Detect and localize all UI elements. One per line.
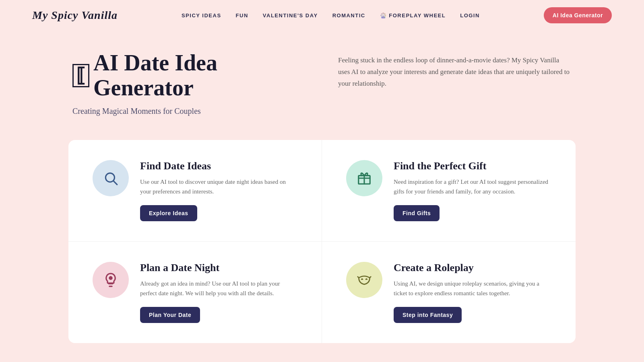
roleplay-description: Using AI, we design unique roleplay scen…: [394, 279, 551, 298]
find-gift-icon-circle: [346, 160, 382, 196]
mask-icon: [357, 272, 372, 288]
plan-date-title: Plan a Date Night: [140, 262, 297, 274]
nav-fun[interactable]: FUN: [236, 12, 248, 19]
lightbulb-icon: [103, 272, 118, 288]
hero-description-text: Feeling stuck in the endless loop of din…: [338, 55, 572, 90]
gift-icon: [357, 171, 372, 186]
plan-date-icon-circle: [93, 262, 129, 298]
find-gifts-button[interactable]: Find Gifts: [394, 205, 440, 221]
step-into-fantasy-button[interactable]: Step into Fantasy: [394, 307, 462, 323]
brand-logo[interactable]: My Spicy Vanilla: [32, 9, 118, 22]
roleplay-content: Create a Roleplay Using AI, we design un…: [394, 262, 551, 323]
find-date-ideas-icon-circle: [93, 160, 129, 196]
card-find-perfect-gift: Find the Perfect Gift Need inspiration f…: [322, 140, 576, 242]
ai-idea-generator-button[interactable]: AI Idea Generator: [544, 7, 612, 23]
hero-left: ⟦ AI Date Idea Generator Creating Magica…: [72, 51, 298, 116]
roleplay-icon-circle: [346, 262, 382, 298]
nav-spicy-ideas[interactable]: SPICY IDEAS: [182, 12, 221, 19]
card-find-date-ideas: Find Date Ideas Use our AI tool to disco…: [68, 140, 322, 242]
card-plan-date-night: Plan a Date Night Already got an idea in…: [68, 242, 322, 343]
find-gift-title: Find the Perfect Gift: [394, 160, 551, 172]
hero-description: Feeling stuck in the endless loop of din…: [338, 55, 572, 90]
hero-title-text: AI Date Idea Generator: [93, 51, 298, 100]
roleplay-title: Create a Roleplay: [394, 262, 551, 274]
nav-foreplay-wheel[interactable]: 🎡 FOREPLAY WHEEL: [380, 12, 446, 19]
plan-your-date-button[interactable]: Plan Your Date: [140, 307, 200, 323]
find-date-ideas-description: Use our AI tool to discover unique date …: [140, 177, 297, 196]
hero-subtitle: Creating Magical Moments for Couples: [72, 107, 298, 116]
hero-title: ⟦ AI Date Idea Generator: [72, 51, 298, 100]
cards-section: Find Date Ideas Use our AI tool to disco…: [68, 140, 576, 343]
search-icon: [103, 171, 118, 186]
nav-valentines-day[interactable]: VALENTINE'S DAY: [263, 12, 318, 19]
plan-date-content: Plan a Date Night Already got an idea in…: [140, 262, 297, 323]
find-date-ideas-content: Find Date Ideas Use our AI tool to disco…: [140, 160, 297, 221]
nav-romantic[interactable]: ROMANTIC: [332, 12, 365, 19]
plan-date-description: Already got an idea in mind? Use our AI …: [140, 279, 297, 298]
find-date-ideas-title: Find Date Ideas: [140, 160, 297, 172]
hero-title-icon: ⟦: [72, 64, 89, 87]
nav-login[interactable]: LOGIN: [460, 12, 480, 19]
svg-line-1: [114, 181, 117, 185]
card-create-roleplay: Create a Roleplay Using AI, we design un…: [322, 242, 576, 343]
find-gift-description: Need inspiration for a gift? Let our AI …: [394, 177, 551, 196]
explore-ideas-button[interactable]: Explore Ideas: [140, 205, 197, 221]
cards-grid: Find Date Ideas Use our AI tool to disco…: [68, 140, 576, 343]
find-gift-content: Find the Perfect Gift Need inspiration f…: [394, 160, 551, 221]
